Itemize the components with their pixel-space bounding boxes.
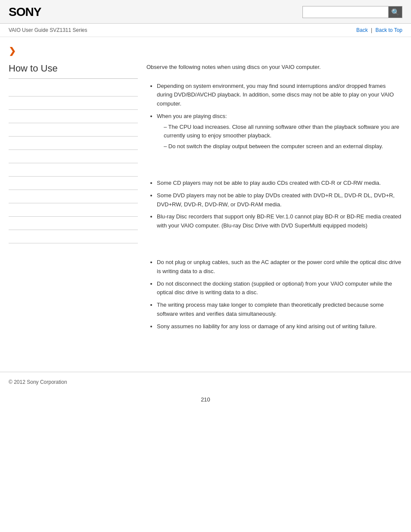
- bullet-list-2: Some CD players may not be able to play …: [146, 179, 402, 230]
- sidebar-link-9[interactable]: [9, 193, 138, 199]
- list-item: When you are playing discs: The CPU load…: [157, 112, 402, 151]
- list-item: Depending on system environment, you may…: [157, 82, 402, 109]
- sidebar-link-2[interactable]: [9, 100, 138, 106]
- list-item: Some DVD players may not be able to play…: [157, 191, 402, 209]
- list-item: Sony assumes no liability for any loss o…: [157, 322, 402, 331]
- sidebar: ❯ How to Use: [9, 46, 138, 359]
- bullet-text-2: When you are playing discs:: [157, 113, 227, 119]
- search-button[interactable]: 🔍: [389, 6, 402, 18]
- search-container: 🔍: [302, 6, 402, 18]
- sidebar-link-1[interactable]: [9, 87, 138, 93]
- copyright-text: © 2012 Sony Corporation: [9, 379, 67, 385]
- main-container: ❯ How to Use Observe the following notes…: [0, 37, 411, 367]
- sub-bullet-text-1: The CPU load increases. Close all runnin…: [164, 124, 399, 139]
- intro-text: Observe the following notes when using d…: [146, 63, 402, 72]
- list-item: The writing process may take longer to c…: [157, 301, 402, 319]
- list-item: [9, 137, 138, 150]
- back-to-top-link[interactable]: Back to Top: [376, 27, 402, 33]
- nav-separator: |: [371, 27, 372, 33]
- sidebar-link-12[interactable]: [9, 233, 138, 240]
- page-number: 210: [201, 396, 210, 403]
- bullet-list-1: Depending on system environment, you may…: [146, 82, 402, 152]
- sony-logo: SONY: [9, 5, 41, 19]
- list-item: [9, 83, 138, 96]
- list-item: [9, 110, 138, 123]
- sidebar-title: How to Use: [9, 63, 138, 79]
- sidebar-link-5[interactable]: [9, 140, 138, 146]
- page-number-container: 210: [0, 392, 411, 407]
- list-item: Do not plug or unplug cables, such as th…: [157, 258, 402, 276]
- bullet-text-6: Do not plug or unplug cables, such as th…: [157, 259, 401, 274]
- list-item: [9, 190, 138, 203]
- sidebar-link-3[interactable]: [9, 113, 138, 119]
- section-block-1: Depending on system environment, you may…: [146, 82, 402, 167]
- sub-bullet-text-2: Do not switch the display output between…: [168, 143, 383, 149]
- bullet-text-4: Some DVD players may not be able to play…: [157, 192, 395, 208]
- list-item: Some CD players may not be able to play …: [157, 179, 402, 188]
- section-block-3: Do not plug or unplug cables, such as th…: [146, 258, 402, 347]
- list-item: [9, 203, 138, 217]
- sub-list-1: The CPU load increases. Close all runnin…: [157, 123, 402, 151]
- breadcrumb: VAIO User Guide SVZ1311 Series: [9, 27, 87, 33]
- list-item: [9, 230, 138, 243]
- sidebar-link-8[interactable]: [9, 180, 138, 186]
- list-item: [9, 96, 138, 110]
- site-header: SONY 🔍: [0, 0, 411, 24]
- bullet-text-1: Depending on system environment, you may…: [157, 83, 394, 107]
- bullet-list-3: Do not plug or unplug cables, such as th…: [146, 258, 402, 331]
- sidebar-chevron-icon[interactable]: ❯: [9, 46, 138, 56]
- list-item: [9, 123, 138, 137]
- list-item: Do not switch the display output between…: [164, 142, 402, 151]
- content-area: Observe the following notes when using d…: [146, 46, 402, 359]
- bullet-text-8: The writing process may take longer to c…: [157, 302, 384, 317]
- sidebar-link-11[interactable]: [9, 220, 138, 226]
- search-icon: 🔍: [391, 8, 400, 16]
- nav-bar: VAIO User Guide SVZ1311 Series Back | Ba…: [0, 24, 411, 37]
- list-item: [9, 177, 138, 190]
- sidebar-link-6[interactable]: [9, 153, 138, 159]
- list-item: [9, 150, 138, 163]
- sidebar-nav: [9, 83, 138, 243]
- page-footer: © 2012 Sony Corporation: [0, 372, 411, 392]
- bullet-text-9: Sony assumes no liability for any loss o…: [157, 323, 377, 330]
- sidebar-link-10[interactable]: [9, 207, 138, 213]
- bullet-text-5: Blu-ray Disc recorders that support only…: [157, 213, 401, 229]
- back-link[interactable]: Back: [356, 27, 368, 33]
- sidebar-link-4[interactable]: [9, 127, 138, 133]
- bullet-text-7: Do not disconnect the docking station (s…: [157, 280, 392, 296]
- list-item: [9, 163, 138, 177]
- bullet-text-3: Some CD players may not be able to play …: [157, 180, 381, 186]
- section-block-2: Some CD players may not be able to play …: [146, 179, 402, 246]
- list-item: [9, 217, 138, 230]
- list-item: Blu-ray Disc recorders that support only…: [157, 212, 402, 230]
- list-item: The CPU load increases. Close all runnin…: [164, 123, 402, 141]
- nav-links: Back | Back to Top: [356, 27, 402, 33]
- sidebar-link-7[interactable]: [9, 167, 138, 173]
- list-item: Do not disconnect the docking station (s…: [157, 280, 402, 298]
- search-input[interactable]: [302, 6, 389, 18]
